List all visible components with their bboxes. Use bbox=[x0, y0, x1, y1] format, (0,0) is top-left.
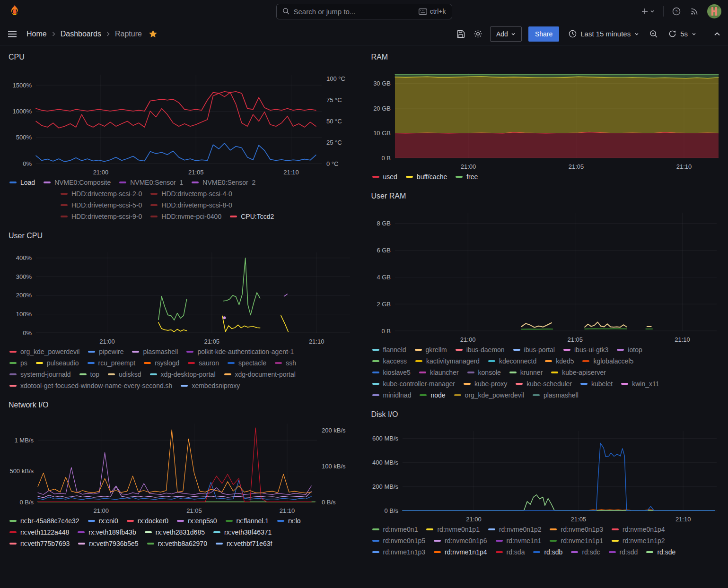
legend-item-rx:veth189fb43b[interactable]: rx:veth189fb43b bbox=[78, 528, 136, 536]
legend-item-NVME0:Composite[interactable]: NVME0:Composite bbox=[44, 179, 111, 186]
legend-item-rd:nvme0n1p5[interactable]: rd:nvme0n1p5 bbox=[372, 537, 426, 545]
legend-item-CPU:Tccd2[interactable]: CPU:Tccd2 bbox=[230, 213, 274, 220]
legend-item-ps[interactable]: ps bbox=[9, 359, 27, 367]
legend-item-rx:veth38f46371[interactable]: rx:veth38f46371 bbox=[213, 528, 272, 536]
legend-item-ibus-portal[interactable]: ibus-portal bbox=[513, 346, 555, 354]
legend-item-rd:nvme0n1p2[interactable]: rd:nvme0n1p2 bbox=[488, 526, 542, 533]
legend-item-ibus-daemon[interactable]: ibus-daemon bbox=[456, 346, 505, 354]
breadcrumb-dashboards[interactable]: Dashboards bbox=[61, 30, 101, 38]
legend-item-xdg-desktop-portal[interactable]: xdg-desktop-portal bbox=[150, 371, 216, 378]
legend-item-rd:nvme0n1p4[interactable]: rd:nvme0n1p4 bbox=[612, 526, 665, 533]
disk-io-chart[interactable]: 0 B/s200 MB/s400 MB/s600 MB/s21:0021:052… bbox=[368, 425, 723, 525]
legend-item-rx:br-45a88c7c4e32[interactable]: rx:br-45a88c7c4e32 bbox=[9, 517, 79, 525]
legend-item-HDD:nvme-pci-0400[interactable]: HDD:nvme-pci-0400 bbox=[150, 213, 221, 220]
user-avatar[interactable] bbox=[707, 4, 721, 18]
legend-item-rx:veth1122a448[interactable]: rx:veth1122a448 bbox=[9, 528, 69, 536]
refresh-picker[interactable]: 5s bbox=[666, 29, 699, 38]
time-range-picker[interactable]: Last 15 minutes bbox=[566, 29, 642, 38]
help-button[interactable]: ? bbox=[671, 6, 682, 17]
legend-item-rd:sdd[interactable]: rd:sdd bbox=[609, 548, 638, 556]
legend-item-kubelet[interactable]: kubelet bbox=[580, 380, 613, 388]
legend-item-krunner[interactable]: krunner bbox=[509, 369, 543, 376]
legend-item-HDD:drivetemp-scsi-9-0[interactable]: HDD:drivetemp-scsi-9-0 bbox=[61, 213, 142, 220]
legend-item-plasmashell[interactable]: plasmashell bbox=[132, 348, 178, 355]
legend-item-kube-proxy[interactable]: kube-proxy bbox=[464, 380, 507, 388]
legend-item-ssh[interactable]: ssh bbox=[275, 359, 296, 367]
legend-item-rx:flannel.1[interactable]: rx:flannel.1 bbox=[226, 517, 269, 525]
ram-chart[interactable]: 0 B10 GB20 GB30 GB21:0021:0521:10 bbox=[368, 68, 723, 172]
legend-item-NVME0:Sensor_1[interactable]: NVME0:Sensor_1 bbox=[119, 179, 183, 186]
legend-item-rd:nvme0n1p6[interactable]: rd:nvme0n1p6 bbox=[434, 537, 487, 545]
legend-item-gkrellm[interactable]: gkrellm bbox=[415, 346, 447, 354]
legend-item-rx:vethb8a62970[interactable]: rx:vethb8a62970 bbox=[147, 540, 207, 547]
favorite-star-button[interactable] bbox=[149, 29, 158, 38]
legend-item-kdeconnectd[interactable]: kdeconnectd bbox=[488, 357, 536, 365]
legend-item-HDD:drivetemp-scsi-5-0[interactable]: HDD:drivetemp-scsi-5-0 bbox=[61, 201, 142, 209]
legend-item-org_kde_powerdevil[interactable]: org_kde_powerdevil bbox=[9, 348, 79, 355]
news-button[interactable] bbox=[689, 6, 700, 17]
legend-item-rd:sda[interactable]: rd:sda bbox=[496, 548, 525, 556]
legend-item-rx:docker0[interactable]: rx:docker0 bbox=[127, 517, 168, 525]
legend-item-kwin_x11[interactable]: kwin_x11 bbox=[621, 380, 659, 388]
legend-item-pipewire[interactable]: pipewire bbox=[88, 348, 123, 355]
legend-item-rd:nvme0n1p1[interactable]: rd:nvme0n1p1 bbox=[426, 526, 480, 533]
legend-item-kube-apiserver[interactable]: kube-apiserver bbox=[551, 369, 606, 376]
legend-item-rd:sde[interactable]: rd:sde bbox=[646, 548, 675, 556]
legend-item-rd:sdb[interactable]: rd:sdb bbox=[533, 548, 562, 556]
mega-menu-button[interactable] bbox=[7, 29, 18, 39]
legend-item-node[interactable]: node bbox=[420, 391, 445, 399]
legend-item-top[interactable]: top bbox=[79, 371, 99, 378]
legend-item-xembedsniproxy[interactable]: xembedsniproxy bbox=[181, 382, 240, 389]
legend-item-rd:nvme1n1[interactable]: rd:nvme1n1 bbox=[496, 537, 542, 545]
legend-item-rd:nvme1n1p4[interactable]: rd:nvme1n1p4 bbox=[434, 548, 487, 556]
legend-item-polkit-kde-authentication-agent-1[interactable]: polkit-kde-authentication-agent-1 bbox=[186, 348, 294, 355]
legend-item-rcu_preempt[interactable]: rcu_preempt bbox=[88, 359, 136, 367]
legend-item-HDD:drivetemp-scsi-2-0[interactable]: HDD:drivetemp-scsi-2-0 bbox=[61, 190, 142, 198]
legend-item-spectacle[interactable]: spectacle bbox=[228, 359, 266, 367]
dashboard-settings-button[interactable] bbox=[473, 28, 483, 39]
new-dashboard-button[interactable] bbox=[640, 7, 656, 16]
save-dashboard-button[interactable] bbox=[456, 29, 466, 39]
legend-item-kaccess[interactable]: kaccess bbox=[372, 357, 407, 365]
network-io-chart[interactable]: 0 B/s500 kB/s1 MB/s0 B/s100 kB/s200 kB/s… bbox=[5, 416, 357, 516]
legend-item-rx:vethbf71e63f[interactable]: rx:vethbf71e63f bbox=[216, 540, 272, 547]
breadcrumb-home[interactable]: Home bbox=[26, 30, 47, 38]
zoom-out-button[interactable] bbox=[649, 29, 659, 39]
legend-item-rx:veth2831d685[interactable]: rx:veth2831d685 bbox=[145, 528, 205, 536]
legend-item-konsole[interactable]: konsole bbox=[467, 369, 501, 376]
legend-item-NVME0:Sensor_2[interactable]: NVME0:Sensor_2 bbox=[192, 179, 255, 186]
legend-item-minidlnad[interactable]: minidlnad bbox=[372, 391, 412, 399]
legend-item-kube-controller-manager[interactable]: kube-controller-manager bbox=[372, 380, 456, 388]
legend-item-systemd-journald[interactable]: systemd-journald bbox=[9, 371, 71, 378]
legend-item-HDD:drivetemp-scsi-8-0[interactable]: HDD:drivetemp-scsi-8-0 bbox=[150, 201, 232, 209]
add-panel-button[interactable]: Add bbox=[490, 26, 522, 42]
legend-item-udisksd[interactable]: udisksd bbox=[108, 371, 141, 378]
legend-item-ibus-ui-gtk3[interactable]: ibus-ui-gtk3 bbox=[563, 346, 608, 354]
cpu-chart[interactable]: 0%500%1000%1500%0 °C25 °C50 °C75 °C100 °… bbox=[5, 68, 357, 178]
legend-item-rx:cni0[interactable]: rx:cni0 bbox=[88, 517, 118, 525]
legend-item-rx:veth7936b5e5[interactable]: rx:veth7936b5e5 bbox=[78, 540, 138, 547]
legend-item-plasmashell[interactable]: plasmashell bbox=[533, 391, 579, 399]
legend-item-rsyslogd[interactable]: rsyslogd bbox=[144, 359, 179, 367]
legend-item-rd:nvme1n1p3[interactable]: rd:nvme1n1p3 bbox=[372, 548, 426, 556]
legend-item-HDD:drivetemp-scsi-4-0[interactable]: HDD:drivetemp-scsi-4-0 bbox=[150, 190, 232, 198]
legend-item-free[interactable]: free bbox=[456, 173, 478, 181]
legend-item-kube-scheduler[interactable]: kube-scheduler bbox=[516, 380, 572, 388]
legend-item-xdotool-get-focused-window-name-every-second.sh[interactable]: xdotool-get-focused-window-name-every-se… bbox=[9, 382, 172, 389]
legend-item-rx:lo[interactable]: rx:lo bbox=[277, 517, 300, 525]
legend-item-sauron[interactable]: sauron bbox=[188, 359, 219, 367]
legend-item-flanneld[interactable]: flanneld bbox=[372, 346, 406, 354]
legend-item-rd:nvme0n1p3[interactable]: rd:nvme0n1p3 bbox=[550, 526, 603, 533]
legend-item-xdg-document-portal[interactable]: xdg-document-portal bbox=[224, 371, 296, 378]
legend-item-klauncher[interactable]: klauncher bbox=[419, 369, 459, 376]
legend-item-iotop[interactable]: iotop bbox=[617, 346, 642, 354]
legend-item-pulseaudio[interactable]: pulseaudio bbox=[36, 359, 79, 367]
legend-item-rx:enp5s0[interactable]: rx:enp5s0 bbox=[177, 517, 217, 525]
legend-item-rd:nvme1n1p2[interactable]: rd:nvme1n1p2 bbox=[612, 537, 665, 545]
legend-item-kglobalaccel5[interactable]: kglobalaccel5 bbox=[582, 357, 633, 365]
collapse-toolbar-button[interactable] bbox=[713, 31, 721, 37]
legend-item-kded5[interactable]: kded5 bbox=[545, 357, 574, 365]
legend-item-kioslave5[interactable]: kioslave5 bbox=[372, 369, 411, 376]
legend-item-kactivitymanagerd[interactable]: kactivitymanagerd bbox=[415, 357, 480, 365]
legend-item-buff/cache[interactable]: buff/cache bbox=[406, 173, 447, 181]
